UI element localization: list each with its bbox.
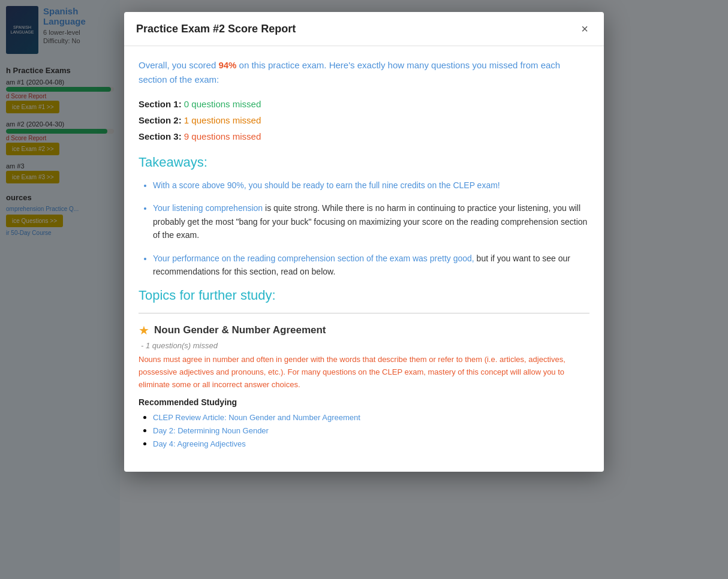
rec-item-2: Day 2: Determining Noun Gender <box>153 425 589 436</box>
section3-label: Section 3: <box>139 131 182 141</box>
section3-result: Section 3: 9 questions missed <box>139 131 589 141</box>
section1-result: Section 1: 0 questions missed <box>139 99 589 109</box>
rec-item-1: CLEP Review Article: Noun Gender and Num… <box>153 412 589 423</box>
takeaway-item-3: Your performance on the reading comprehe… <box>153 252 589 279</box>
section3-missed: 9 questions missed <box>184 131 261 141</box>
section2-missed: 1 questions missed <box>184 115 261 125</box>
section1-label: Section 1: <box>139 99 182 109</box>
section2-result: Section 2: 1 questions missed <box>139 115 589 125</box>
rec-item-3: Day 4: Agreeing Adjectives <box>153 438 589 449</box>
section1-missed: 0 questions missed <box>184 99 261 109</box>
modal-title: Practice Exam #2 Score Report <box>136 23 296 35</box>
takeaway1-text: With a score above 90%, you should be re… <box>153 180 500 190</box>
topic-item-1: ★ Noun Gender & Number Agreement - 1 que… <box>139 323 589 448</box>
rec-link-1[interactable]: CLEP Review Article: Noun Gender and Num… <box>153 413 360 422</box>
topic-missed-1: - 1 question(s) missed <box>141 341 589 350</box>
takeaway3-blue: Your performance on the reading comprehe… <box>153 254 474 263</box>
takeaway-item-2: Your listening comprehension is quite st… <box>153 201 589 242</box>
topic-header-1: ★ Noun Gender & Number Agreement <box>139 323 589 337</box>
topic-desc-1: Nouns must agree in number and often in … <box>139 354 589 391</box>
rec-list-1: CLEP Review Article: Noun Gender and Num… <box>139 412 589 449</box>
takeaways-title: Takeaways: <box>139 155 589 170</box>
recommended-label-1: Recommended Studying <box>139 397 589 407</box>
takeaway-item-1: With a score above 90%, you should be re… <box>153 179 589 192</box>
score-summary: Overall, you scored 94% on this practice… <box>139 58 589 87</box>
takeaways-list: With a score above 90%, you should be re… <box>139 179 589 278</box>
star-icon: ★ <box>139 323 149 337</box>
section2-label: Section 2: <box>139 115 182 125</box>
score-report-modal: Practice Exam #2 Score Report × Overall,… <box>124 12 604 472</box>
topics-divider <box>139 313 589 313</box>
rec-link-3[interactable]: Day 4: Agreeing Adjectives <box>153 439 246 448</box>
modal-close-button[interactable]: × <box>577 22 592 36</box>
modal-header: Practice Exam #2 Score Report × <box>124 12 604 46</box>
topics-title: Topics for further study: <box>139 288 589 303</box>
score-summary-prefix: Overall, you scored <box>139 60 218 70</box>
score-percentage: 94% <box>218 60 236 70</box>
takeaway2-blue1: Your listening comprehension <box>153 203 263 213</box>
rec-link-2[interactable]: Day 2: Determining Noun Gender <box>153 426 269 435</box>
topic-name-1: Noun Gender & Number Agreement <box>154 324 326 336</box>
modal-body: Overall, you scored 94% on this practice… <box>124 46 604 472</box>
